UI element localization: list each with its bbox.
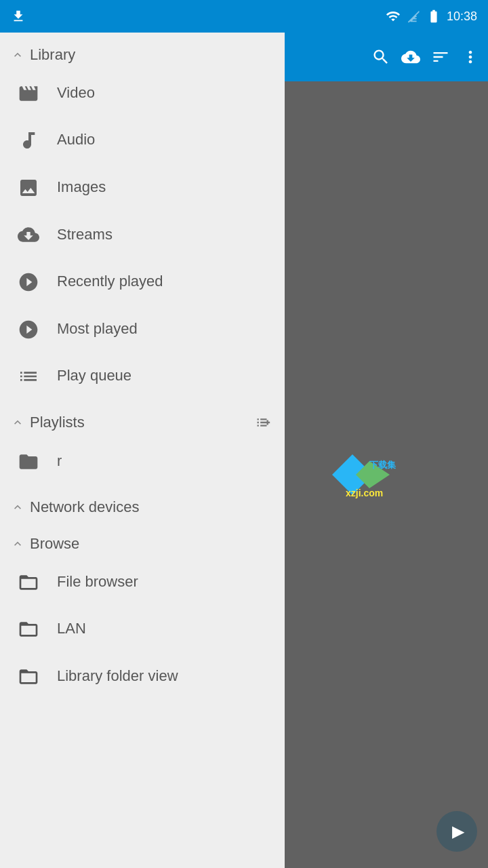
sidebar: Library Video Audio (0, 33, 285, 868)
download-icon (11, 9, 26, 24)
playlists-title: Playlists (30, 414, 85, 431)
main-layout: Library Video Audio (0, 33, 488, 868)
images-icon (16, 176, 41, 199)
status-time: 10:38 (447, 9, 477, 24)
watermark-logo: xzji.com 下载集 (332, 448, 441, 502)
streams-label: Streams (57, 226, 113, 243)
network-devices-collapse-icon (11, 500, 24, 514)
content-area: xzji.com 下载集 ▶ (285, 33, 488, 868)
cloud-download-icon[interactable] (401, 47, 420, 66)
network-devices-title: Network devices (30, 498, 139, 516)
play-fab-icon: ▶ (452, 822, 464, 841)
video-icon (16, 81, 41, 104)
library-section-header[interactable]: Library (0, 33, 285, 69)
most-played-icon (16, 317, 41, 340)
sidebar-item-lan[interactable]: LAN (0, 606, 285, 653)
file-browser-label: File browser (57, 573, 138, 591)
audio-label: Audio (57, 131, 95, 149)
sidebar-item-video[interactable]: Video (0, 69, 285, 117)
playlist-add-button[interactable] (255, 413, 274, 432)
signal-off-icon (406, 9, 421, 24)
library-folder-view-label: Library folder view (57, 667, 178, 685)
play-fab[interactable]: ▶ (436, 811, 477, 852)
playlist-r-label: r (57, 452, 62, 470)
status-bar: 10:38 (0, 0, 488, 33)
lan-label: LAN (57, 620, 86, 637)
content-center: xzji.com 下载集 (285, 81, 488, 868)
sidebar-item-library-folder-view[interactable]: Library folder view (0, 652, 285, 700)
playlists-collapse-icon (11, 416, 24, 429)
library-title: Library (30, 46, 75, 64)
most-played-label: Most played (57, 320, 138, 338)
sidebar-item-playlist-r[interactable]: r (0, 437, 285, 485)
file-browser-icon (16, 570, 41, 593)
library-folder-icon (16, 665, 41, 688)
sidebar-item-audio[interactable]: Audio (0, 117, 285, 164)
svg-text:xzji.com: xzji.com (346, 488, 383, 498)
wifi-icon (386, 9, 401, 24)
library-collapse-icon (11, 48, 24, 62)
sidebar-item-most-played[interactable]: Most played (0, 305, 285, 353)
more-vert-icon[interactable] (461, 47, 480, 66)
network-devices-section-header[interactable]: Network devices (0, 485, 285, 521)
sidebar-item-file-browser[interactable]: File browser (0, 558, 285, 606)
browse-collapse-icon (11, 537, 24, 551)
play-queue-icon (16, 365, 41, 388)
audio-icon (16, 129, 41, 152)
playlists-section-header[interactable]: Playlists (0, 399, 285, 437)
playlist-folder-icon (16, 450, 41, 473)
battery-icon (426, 9, 441, 24)
browse-title: Browse (30, 535, 79, 553)
video-label: Video (57, 84, 95, 102)
sidebar-item-play-queue[interactable]: Play queue (0, 353, 285, 400)
recently-played-icon (16, 270, 41, 293)
sidebar-item-images[interactable]: Images (0, 163, 285, 211)
browse-section-header[interactable]: Browse (0, 521, 285, 558)
content-toolbar (285, 33, 488, 81)
streams-icon (16, 223, 41, 246)
filter-list-icon[interactable] (431, 47, 450, 66)
search-icon[interactable] (371, 47, 390, 66)
sidebar-item-recently-played[interactable]: Recently played (0, 258, 285, 305)
svg-text:下载集: 下载集 (369, 460, 396, 470)
sidebar-item-streams[interactable]: Streams (0, 211, 285, 258)
play-queue-label: Play queue (57, 367, 131, 384)
images-label: Images (57, 178, 106, 196)
recently-played-label: Recently played (57, 273, 163, 290)
lan-icon (16, 618, 41, 641)
